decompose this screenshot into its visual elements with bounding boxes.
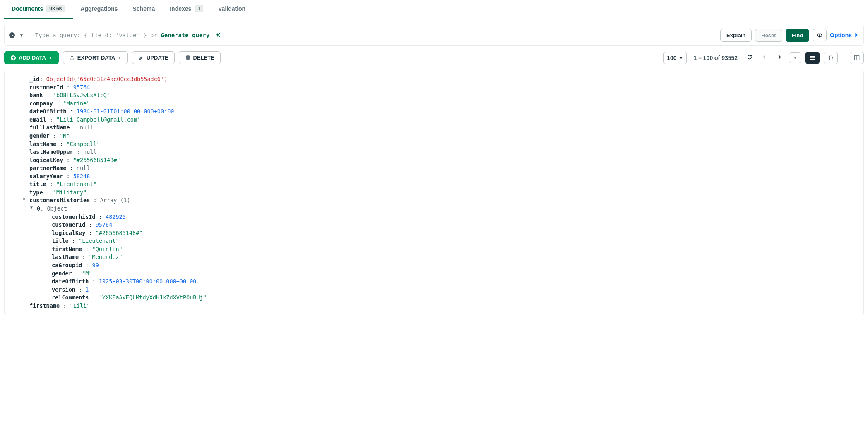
- field-value: 58248: [73, 173, 90, 180]
- list-icon: [810, 55, 815, 61]
- field-key: _id: [29, 76, 39, 82]
- field-key: partnerName: [29, 165, 66, 171]
- reset-button[interactable]: Reset: [755, 29, 782, 42]
- field-value: "Military": [53, 189, 87, 196]
- tab-documents[interactable]: Documents 93.6K: [4, 0, 73, 19]
- field-key: customerhisId: [52, 213, 96, 220]
- svg-rect-2: [12, 35, 13, 36]
- field-key: customerId: [52, 221, 85, 228]
- query-input[interactable]: Type a query: { field: 'value' } or Gene…: [35, 32, 717, 38]
- indexes-count-badge: 1: [195, 5, 203, 12]
- field-key: lastNameUpper: [29, 149, 73, 155]
- expand-caret-icon[interactable]: ▼: [30, 205, 33, 211]
- field-key: title: [29, 181, 46, 187]
- field-value: Object: [47, 205, 67, 212]
- button-label: Explain: [726, 32, 745, 38]
- field-key: firstName: [29, 302, 60, 309]
- sparkle-icon: [215, 33, 221, 38]
- field-key: lastName: [52, 254, 79, 260]
- field-value: null: [80, 124, 94, 131]
- field-key: firstName: [52, 246, 82, 252]
- collection-tabs: Documents 93.6K Aggregations Schema Inde…: [0, 0, 868, 19]
- tab-label: Validation: [218, 5, 245, 12]
- field-value: null: [83, 149, 97, 155]
- button-label: EXPORT DATA: [77, 55, 115, 61]
- options-toggle[interactable]: Options: [830, 32, 859, 38]
- expand-caret-icon[interactable]: ▼: [23, 196, 25, 203]
- field-value: "M": [60, 132, 70, 139]
- field-key: lastName: [29, 141, 56, 147]
- action-toolbar: ADD DATA ▼ EXPORT DATA ▼ UPDATE DELETE 1…: [0, 46, 868, 70]
- find-button[interactable]: Find: [786, 29, 809, 42]
- field-value: "Lili": [70, 302, 90, 309]
- update-button[interactable]: UPDATE: [132, 51, 174, 64]
- delete-button[interactable]: DELETE: [179, 51, 221, 64]
- refresh-icon: [747, 54, 753, 60]
- field-value: Array (1): [100, 197, 130, 204]
- button-label: UPDATE: [147, 55, 168, 61]
- field-key: bank: [29, 92, 43, 98]
- chevron-left-icon: [762, 54, 767, 60]
- field-value: "#2656685148#": [73, 157, 120, 163]
- document-viewer[interactable]: _id: ObjectId('65c0e31a4ae00cc3db55adc6'…: [4, 70, 864, 315]
- plus-circle-icon: [10, 55, 16, 61]
- refresh-button[interactable]: [744, 53, 755, 63]
- field-value: null: [77, 165, 90, 171]
- field-value: 95764: [73, 84, 90, 91]
- page-range: 1 – 100 of 93552: [693, 55, 738, 61]
- expand-menu-button[interactable]: ▼: [789, 52, 801, 63]
- trash-icon: [185, 55, 191, 61]
- history-caret-icon[interactable]: ▼: [19, 33, 24, 38]
- field-value: "Campbell": [66, 141, 100, 147]
- page-size-select[interactable]: 100 ▼: [663, 52, 687, 64]
- field-key: version: [52, 286, 75, 293]
- export-data-button[interactable]: EXPORT DATA ▼: [63, 51, 128, 64]
- tab-label: Indexes: [170, 5, 191, 12]
- tab-label: Aggregations: [80, 5, 118, 12]
- field-key: logicalKey: [29, 157, 63, 163]
- query-bar: ▼ Type a query: { field: 'value' } or Ge…: [4, 25, 864, 46]
- field-key: email: [29, 116, 46, 123]
- caret-down-icon: ▼: [118, 55, 122, 60]
- query-placeholder: Type a query: { field: 'value' } or: [35, 32, 161, 38]
- code-icon: [817, 32, 822, 38]
- export-icon: [69, 55, 75, 61]
- view-list-button[interactable]: [805, 52, 820, 64]
- caret-down-icon: ▼: [48, 55, 53, 60]
- explain-button[interactable]: Explain: [720, 29, 752, 42]
- pencil-icon: [138, 55, 144, 61]
- tab-schema[interactable]: Schema: [125, 0, 163, 19]
- svg-point-4: [219, 36, 220, 37]
- field-value: 1984-01-01T01:00:00.000+00:00: [77, 108, 174, 115]
- field-key: fullLastName: [29, 124, 70, 131]
- tab-aggregations[interactable]: Aggregations: [73, 0, 125, 19]
- field-key: type: [29, 189, 43, 196]
- field-key: customerId: [29, 84, 63, 91]
- tab-validation[interactable]: Validation: [211, 0, 253, 19]
- field-value: "Quintin": [92, 246, 123, 252]
- braces-icon: [828, 55, 834, 61]
- documents-count-badge: 93.6K: [46, 5, 65, 12]
- next-page-button[interactable]: [774, 53, 785, 63]
- options-label: Options: [830, 32, 852, 38]
- history-icon[interactable]: [9, 32, 15, 38]
- field-key: company: [29, 100, 53, 107]
- button-label: ADD DATA: [19, 55, 46, 61]
- field-value: ObjectId('65c0e31a4ae00cc3db55adc6'): [46, 76, 168, 82]
- field-key: title: [52, 237, 69, 244]
- field-value: 99: [92, 262, 99, 268]
- tab-indexes[interactable]: Indexes 1: [162, 0, 211, 19]
- field-value: "Lili.Campbell@gmail.com": [56, 116, 140, 123]
- button-label: Find: [792, 32, 803, 38]
- field-value: 95764: [96, 221, 113, 228]
- prev-page-button[interactable]: [759, 53, 770, 63]
- field-value: "bO8fLSvJwLsXlcQ": [53, 92, 110, 98]
- generate-query-link[interactable]: Generate query: [161, 32, 209, 38]
- field-value: "Lieutenant": [79, 237, 119, 244]
- add-data-button[interactable]: ADD DATA ▼: [4, 51, 59, 64]
- code-toggle-button[interactable]: [813, 29, 827, 41]
- view-json-button[interactable]: [824, 52, 838, 64]
- view-table-button[interactable]: [850, 52, 864, 64]
- page-size-value: 100: [667, 55, 676, 61]
- field-value: 482925: [106, 213, 126, 220]
